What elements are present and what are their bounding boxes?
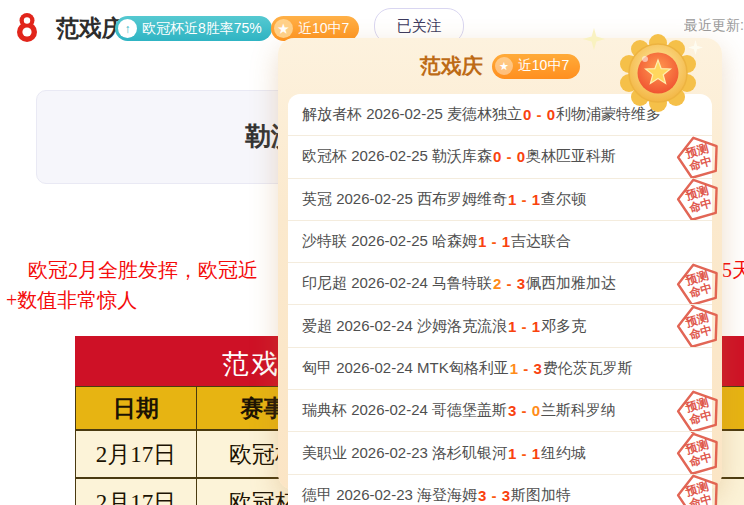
away-score: 3 xyxy=(533,360,541,377)
match-row[interactable]: 欧冠杯 2026-02-25 勒沃库森0 - 0奥林匹亚科斯 预测 命中 xyxy=(288,135,712,177)
away-team: 邓多克 xyxy=(541,317,586,336)
hit-streak-badge-label: 近10中7 xyxy=(298,20,349,38)
popup-title: 范戏庆 xyxy=(420,52,483,80)
match-row[interactable]: 德甲 2026-02-23 海登海姆3 - 3斯图加特 预测 命中 xyxy=(288,474,712,505)
away-score: 3 xyxy=(517,275,525,292)
score-dash: - xyxy=(487,233,500,250)
score-dash: - xyxy=(517,318,530,335)
home-score: 1 xyxy=(508,445,516,462)
away-score: 0 xyxy=(517,148,525,165)
match-list: 解放者杯 2026-02-25 麦德林独立0 - 0利物浦蒙特维多 欧冠杯 20… xyxy=(288,94,712,505)
away-score: 1 xyxy=(532,191,540,208)
match-info: 美职业 2026-02-23 洛杉矶银河 xyxy=(302,444,507,463)
prediction-hit-stamp: 预测 命中 xyxy=(676,261,722,306)
away-team: 奥林匹亚科斯 xyxy=(526,147,616,166)
away-team: 查尔顿 xyxy=(541,190,586,209)
sparkle-icon xyxy=(583,28,605,50)
away-score: 1 xyxy=(532,318,540,335)
star-icon: ★ xyxy=(495,57,513,75)
away-score: 1 xyxy=(532,445,540,462)
match-row[interactable]: 印尼超 2026-02-24 马鲁特联2 - 3佩西加雅加达 预测 命中 xyxy=(288,262,712,304)
prediction-hit-stamp: 预测 命中 xyxy=(676,388,722,433)
prediction-hit-stamp: 预测 命中 xyxy=(676,134,722,179)
sparkle-icon xyxy=(688,40,703,55)
cell-date: 2月17日 xyxy=(75,430,196,478)
trend-up-icon: ↑ xyxy=(118,19,137,38)
winrate-badge-label: 欧冠杯近8胜率75% xyxy=(142,20,262,38)
home-score: 1 xyxy=(508,191,516,208)
home-score: 0 xyxy=(493,148,501,165)
prediction-hit-stamp: 预测 命中 xyxy=(676,473,722,505)
score-dash: - xyxy=(517,445,530,462)
popup-hit-badge-label: 近10中7 xyxy=(518,57,569,75)
cell-date: 2月17日 xyxy=(75,478,196,505)
away-team: 纽约城 xyxy=(541,444,586,463)
winrate-badge: ↑ 欧冠杯近8胜率75% xyxy=(115,16,272,41)
promo-text-line2: +数值非常惊人 xyxy=(6,287,137,314)
prediction-hit-stamp: 预测 命中 xyxy=(676,431,722,476)
home-score: 1 xyxy=(510,360,518,377)
match-info: 印尼超 2026-02-24 马鲁特联 xyxy=(302,274,492,293)
home-score: 3 xyxy=(508,402,516,419)
score-dash: - xyxy=(502,275,515,292)
screen: 范戏庆 ↑ 欧冠杯近8胜率75% ★ 近10中7 已关注 最近更新: 勒沃库森 … xyxy=(0,0,744,505)
home-score: 3 xyxy=(478,487,486,504)
away-team: 佩西加雅加达 xyxy=(526,274,616,293)
match-info: 解放者杯 2026-02-25 麦德林独立 xyxy=(302,105,522,124)
score-dash: - xyxy=(517,402,530,419)
header-date: 日期 xyxy=(75,386,196,430)
home-score: 0 xyxy=(523,106,531,123)
match-row[interactable]: 匈甲 2026-02-24 MTK匈格利亚1 - 3费伦茨瓦罗斯 xyxy=(288,347,712,389)
match-info: 爱超 2026-02-24 沙姆洛克流浪 xyxy=(302,317,507,336)
score-dash: - xyxy=(502,148,515,165)
promo-text-line1: 欧冠2月全胜发挥，欧冠近 xyxy=(28,257,258,284)
away-score: 3 xyxy=(502,487,510,504)
away-score: 0 xyxy=(547,106,555,123)
away-score: 1 xyxy=(502,233,510,250)
popup-hit-badge: ★ 近10中7 xyxy=(492,54,580,79)
home-score: 1 xyxy=(478,233,486,250)
score-dash: - xyxy=(532,106,545,123)
away-team: 吉达联合 xyxy=(511,232,571,251)
away-team: 斯图加特 xyxy=(511,486,571,505)
red-8-logo-icon xyxy=(12,11,42,43)
match-info: 沙特联 2026-02-25 哈森姆 xyxy=(302,232,477,251)
match-info: 瑞典杯 2026-02-24 哥德堡盖斯 xyxy=(302,401,507,420)
prediction-hit-stamp: 预测 命中 xyxy=(676,304,722,349)
match-info: 英冠 2026-02-25 西布罗姆维奇 xyxy=(302,190,507,209)
prediction-hit-stamp: 预测 命中 xyxy=(676,177,722,222)
match-info: 德甲 2026-02-23 海登海姆 xyxy=(302,486,477,505)
score-dash: - xyxy=(517,191,530,208)
promo-text-line1-right: 5天 xyxy=(722,257,744,284)
away-score: 0 xyxy=(532,402,540,419)
away-team: 兰斯科罗纳 xyxy=(541,401,616,420)
match-row[interactable]: 爱超 2026-02-24 沙姆洛克流浪1 - 1邓多克 预测 命中 xyxy=(288,304,712,346)
score-dash: - xyxy=(519,360,532,377)
star-icon: ★ xyxy=(274,19,293,38)
home-score: 2 xyxy=(493,275,501,292)
match-row[interactable]: 瑞典杯 2026-02-24 哥德堡盖斯3 - 0兰斯科罗纳 预测 命中 xyxy=(288,389,712,431)
match-row[interactable]: 英冠 2026-02-25 西布罗姆维奇1 - 1查尔顿 预测 命中 xyxy=(288,178,712,220)
match-row[interactable]: 美职业 2026-02-23 洛杉矶银河1 - 1纽约城 预测 命中 xyxy=(288,431,712,473)
home-score: 1 xyxy=(508,318,516,335)
score-dash: - xyxy=(487,487,500,504)
match-info: 欧冠杯 2026-02-25 勒沃库森 xyxy=(302,147,492,166)
match-info: 匈甲 2026-02-24 MTK匈格利亚 xyxy=(302,359,509,378)
away-team: 费伦茨瓦罗斯 xyxy=(543,359,633,378)
match-row[interactable]: 沙特联 2026-02-25 哈森姆1 - 1吉达联合 xyxy=(288,220,712,262)
